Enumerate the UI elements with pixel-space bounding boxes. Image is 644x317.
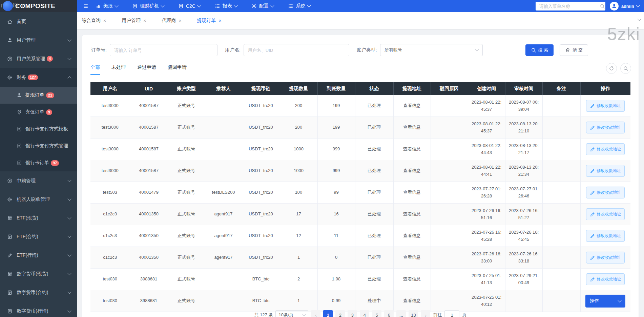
sidebar-item-bankcard-pay-manage[interactable]: 银行卡支付方式管理 (0, 138, 77, 154)
cell-status: 已处理 (355, 95, 393, 117)
cell-address-link[interactable]: 查看信息 (393, 139, 431, 160)
cell-address-link[interactable]: 查看信息 (393, 95, 431, 117)
cell-address-link[interactable]: 查看信息 (393, 225, 431, 247)
cell-address-link[interactable]: 查看信息 (393, 290, 431, 312)
search-icon[interactable] (600, 3, 605, 9)
cell-username[interactable]: test030 (90, 290, 130, 312)
close-icon[interactable]: × (143, 18, 146, 23)
cell-uid: 40001350 (130, 204, 168, 225)
sidebar-item-home[interactable]: 首页 (0, 12, 77, 31)
close-icon[interactable]: × (103, 18, 106, 23)
cell-account-type: 正式账号 (168, 139, 205, 160)
account-type-select[interactable]: 所有账号 (380, 44, 483, 56)
sidebar-item-etf-contract[interactable]: ETF(合约) (0, 227, 77, 246)
edit-address-label: 修改收款地址 (597, 276, 621, 282)
tab-withdraw-orders[interactable]: 提现订单× (197, 18, 222, 24)
sidebar-item-label: 数字货币(合约) (17, 290, 48, 296)
sidebar-item-bankcard-pay-template[interactable]: 银行卡支付方式模板 (0, 121, 77, 138)
subtab-未处理[interactable]: 未处理 (111, 64, 126, 75)
sidebar-item-recharge-orders[interactable]: 充值订单9 (0, 104, 77, 121)
nav-menu-wealth-mining[interactable]: 理财矿机 (132, 3, 164, 9)
edit-address-button[interactable]: 修改收款地址 (586, 122, 625, 133)
edit-address-button[interactable]: 修改收款地址 (586, 100, 625, 112)
sidebar-item-bankcard-orders[interactable]: 银行卡订单97 (0, 154, 77, 171)
page-button-6[interactable]: 6 (384, 310, 394, 317)
nav-menu-reports[interactable]: 报表 (215, 3, 237, 9)
hamburger-icon[interactable] (83, 3, 88, 9)
subtab-通过申请[interactable]: 通过申请 (137, 64, 156, 75)
action-label: 操作 (590, 297, 599, 304)
page-button-1[interactable]: 1 (323, 310, 333, 317)
sidebar-item-crypto-spot[interactable]: 数字货币(现货) (0, 265, 77, 283)
nav-menu-system[interactable]: 系统 (288, 3, 310, 9)
action-dropdown-button[interactable]: 操作 (585, 295, 625, 308)
page-button-4[interactable]: 4 (360, 310, 369, 317)
tab-composite-query[interactable]: 综合查询× (82, 18, 106, 24)
cell-address-link[interactable]: 查看信息 (393, 269, 431, 290)
sidebar-item-robot-brush-management[interactable]: 机器人刷单管理 (0, 190, 77, 209)
cell-amount: 200 (280, 117, 317, 139)
cell-address-link[interactable]: 查看信息 (393, 247, 431, 269)
page-button-3[interactable]: 3 (348, 310, 357, 317)
cell-address-link[interactable]: 查看信息 (393, 182, 431, 204)
cell-received: 1.98 (317, 269, 355, 290)
cell-address-link[interactable]: 查看信息 (393, 204, 431, 225)
refresh-button[interactable] (606, 63, 617, 74)
cell-username[interactable]: c1c2c3 (90, 204, 130, 225)
sidebar-item-etf-spot[interactable]: ETF(现货) (0, 209, 77, 227)
cell-username[interactable]: test3000 (90, 117, 130, 139)
sidebar-item-etf-quotes[interactable]: ETF(行情) (0, 246, 77, 265)
subtab-驳回申请[interactable]: 驳回申请 (168, 64, 187, 75)
page-button-5[interactable]: 5 (372, 310, 381, 317)
gear-icon (251, 3, 257, 9)
page-button-2[interactable]: 2 (335, 310, 345, 317)
cell-username[interactable]: c1c2c3 (90, 225, 130, 247)
clear-button[interactable]: 清 空 (560, 44, 588, 56)
sidebar-item-user-relations[interactable]: 用户关系管理4 (0, 49, 77, 68)
page-button-13[interactable]: 13 (409, 310, 418, 317)
sidebar-item-crypto-contract[interactable]: 数字货币(合约) (0, 283, 77, 302)
goto-page-input[interactable] (444, 310, 459, 317)
prev-page-button[interactable]: ‹ (311, 310, 320, 317)
sidebar-item-finance[interactable]: 财务127 (0, 68, 77, 87)
nav-menu-us-stocks[interactable]: 美股 (96, 3, 118, 9)
panel-collapse-icon[interactable] (637, 17, 641, 21)
page-ellipsis[interactable]: ... (396, 310, 406, 317)
edit-address-button[interactable]: 修改收款地址 (586, 230, 625, 242)
menu-search-input[interactable] (539, 3, 600, 9)
zoom-button[interactable] (620, 63, 631, 74)
username-input[interactable] (244, 44, 349, 56)
cell-username[interactable]: c1c2c3 (90, 247, 130, 269)
page-size-select[interactable]: 10条/页 (275, 310, 308, 317)
next-page-button[interactable]: › (421, 310, 430, 317)
nav-menu-config[interactable]: 配置 (251, 3, 274, 9)
cell-username[interactable]: test3000 (90, 160, 130, 182)
sidebar-item-subscription-management[interactable]: 申购管理 (0, 171, 77, 190)
user-menu[interactable]: admin (610, 2, 639, 10)
nav-menu-c2c[interactable]: C2C (178, 3, 201, 9)
edit-address-button[interactable]: 修改收款地址 (586, 187, 625, 198)
cell-reject-reason (431, 95, 468, 117)
edit-address-button[interactable]: 修改收款地址 (586, 208, 625, 220)
cell-address-link[interactable]: 查看信息 (393, 160, 431, 182)
edit-address-button[interactable]: 修改收款地址 (586, 143, 625, 155)
cell-username[interactable]: test030 (90, 269, 130, 290)
edit-address-button[interactable]: 修改收款地址 (586, 273, 625, 285)
edit-address-button[interactable]: 修改收款地址 (586, 252, 625, 263)
cell-username[interactable]: test3000 (90, 139, 130, 160)
sidebar-item-withdraw-orders[interactable]: 提现订单21 (0, 87, 77, 104)
tab-user-management[interactable]: 用户管理× (122, 18, 146, 24)
tab-agents[interactable]: 代理商× (162, 18, 181, 24)
cell-username[interactable]: test3000 (90, 95, 130, 117)
sidebar-item-user-management[interactable]: 用户管理 (0, 31, 77, 49)
cell-username[interactable]: test503 (90, 182, 130, 204)
close-icon[interactable]: × (179, 18, 181, 23)
order-no-input[interactable] (110, 44, 217, 56)
search-button[interactable]: 搜 索 (525, 44, 554, 56)
cell-address-link[interactable]: 查看信息 (393, 117, 431, 139)
edit-address-button[interactable]: 修改收款地址 (586, 165, 625, 177)
close-icon[interactable]: × (219, 18, 222, 23)
chevron-down-icon (270, 3, 274, 7)
subtab-全部[interactable]: 全部 (90, 64, 100, 75)
sidebar-item-crypto-quotes[interactable]: 数字货币(行情) (0, 302, 77, 317)
